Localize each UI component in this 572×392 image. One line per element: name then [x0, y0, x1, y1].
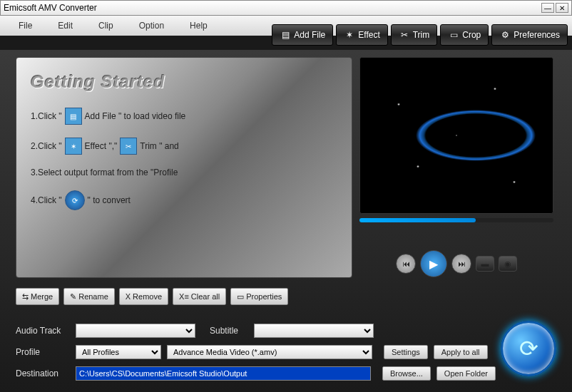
step-1: 1.Click "▤Add File " to load video file	[31, 108, 337, 125]
window-title: Emicsoft AMV Converter	[4, 3, 97, 13]
remove-button[interactable]: XRemove	[119, 288, 168, 305]
browse-button[interactable]: Browse...	[382, 366, 431, 381]
merge-icon: ⇆	[22, 292, 29, 301]
play-button[interactable]: ▶	[420, 250, 447, 277]
props-icon: ▭	[237, 292, 244, 301]
audio-track-label: Audio Track	[16, 326, 70, 336]
preview-panel	[359, 57, 553, 214]
subtitle-select[interactable]	[254, 324, 374, 338]
properties-button[interactable]: ▭Properties	[230, 288, 288, 305]
scissors-icon: ✂	[120, 138, 137, 155]
audio-track-select[interactable]	[76, 324, 195, 338]
profile-format-select[interactable]: Advance Media Video (*.amv)	[167, 345, 372, 359]
output-form: Audio Track Subtitle Profile All Profile…	[16, 316, 556, 388]
convert-icon: ⟳	[65, 190, 85, 210]
crop-button[interactable]: ▭Crop	[440, 24, 489, 46]
convert-button[interactable]: ⟳	[501, 321, 556, 376]
menu-clip[interactable]: Clip	[86, 18, 126, 33]
menu-edit[interactable]: Edit	[45, 18, 86, 33]
destination-label: Destination	[16, 368, 70, 378]
film-icon: ▤	[65, 108, 82, 125]
step-3: 3.Select output format from the "Profile	[31, 167, 337, 177]
menu-file[interactable]: File	[6, 18, 45, 33]
crop-icon: ▭	[448, 29, 459, 41]
subtitle-label: Subtitle	[210, 326, 248, 336]
merge-button[interactable]: ⇆Merge	[16, 288, 59, 305]
profile-category-select[interactable]: All Profiles	[76, 345, 161, 359]
toolbar: ▤Add File ✶Effect ✂Trim ▭Crop ⚙Preferenc…	[272, 24, 568, 46]
pencil-icon: ✎	[70, 292, 76, 301]
preview-image	[360, 58, 553, 213]
effect-button[interactable]: ✶Effect	[336, 24, 387, 46]
scissors-icon: ✂	[399, 29, 410, 41]
titlebar: Emicsoft AMV Converter — ✕	[0, 0, 572, 16]
trim-button[interactable]: ✂Trim	[391, 24, 438, 46]
destination-input[interactable]	[76, 366, 371, 381]
gear-icon: ⚙	[499, 29, 511, 41]
step-4: 4.Click "⟳" to convert	[31, 190, 337, 210]
clear-icon: X≡	[179, 292, 189, 301]
minimize-button[interactable]: —	[541, 3, 554, 13]
sparkle-icon: ✶	[65, 138, 82, 155]
next-button[interactable]: ⏭	[451, 254, 471, 274]
open-folder-button[interactable]: Open Folder	[436, 366, 496, 381]
fullscreen-button[interactable]: ▬	[476, 256, 494, 272]
prev-button[interactable]: ⏮	[396, 254, 416, 274]
clear-all-button[interactable]: X≡Clear all	[173, 288, 226, 305]
preferences-button[interactable]: ⚙Preferences	[491, 24, 568, 46]
film-icon: ▤	[280, 29, 291, 41]
sparkle-icon: ✶	[344, 29, 355, 41]
apply-to-all-button[interactable]: Apply to all	[434, 345, 488, 359]
getting-started-panel: Getting Started 1.Click "▤Add File " to …	[16, 57, 352, 278]
rename-button[interactable]: ✎Rename	[63, 288, 115, 305]
menu-help[interactable]: Help	[177, 18, 220, 33]
close-button[interactable]: ✕	[556, 3, 568, 13]
menu-option[interactable]: Option	[126, 18, 177, 33]
settings-button[interactable]: Settings	[384, 345, 428, 359]
main-area: Getting Started 1.Click "▤Add File " to …	[0, 50, 572, 392]
file-action-bar: ⇆Merge ✎Rename XRemove X≡Clear all ▭Prop…	[16, 288, 288, 305]
add-file-button[interactable]: ▤Add File	[272, 24, 333, 46]
player-controls: ⏮ ▶ ⏭ ▬ ◉	[359, 249, 553, 278]
x-icon: X	[126, 292, 131, 301]
seek-bar[interactable]	[359, 218, 553, 222]
profile-label: Profile	[16, 347, 70, 357]
getting-started-title: Getting Started	[31, 72, 337, 92]
step-2: 2.Click "✶Effect ","✂Trim " and	[31, 138, 337, 155]
snapshot-button[interactable]: ◉	[499, 256, 517, 272]
